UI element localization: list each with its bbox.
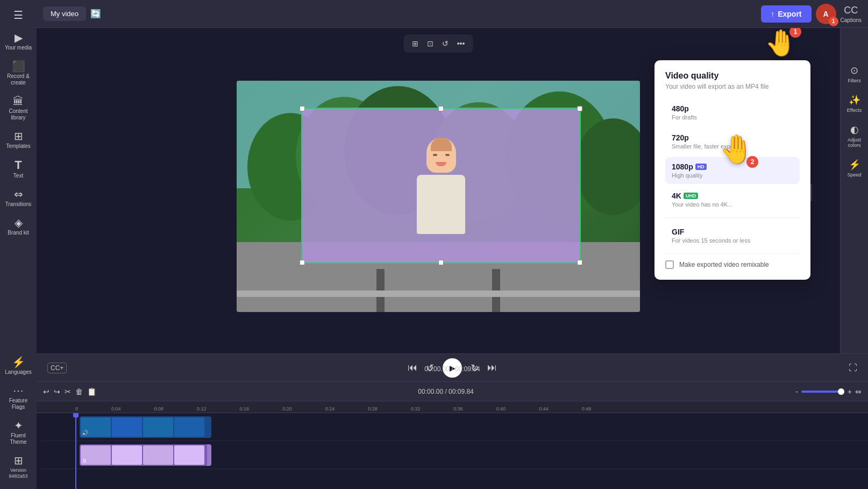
- captions-button[interactable]: CC Captions: [841, 5, 862, 23]
- sidebar-item-feature-flags[interactable]: ⋯ Feature Flags: [1, 381, 35, 415]
- sidebar-item-version[interactable]: ⊞ Version8482a53: [1, 451, 35, 484]
- handle-tr[interactable]: [577, 106, 582, 111]
- effects-icon: ✨: [849, 94, 860, 106]
- sidebar-item-adjust-colors[interactable]: ◐ Adjust colors: [842, 119, 867, 152]
- brand-kit-icon: ◈: [15, 217, 23, 228]
- person-in-billboard: [403, 133, 479, 263]
- ruler-mark-44: 0:44: [539, 406, 549, 412]
- canvas-crop-icon[interactable]: ⊞: [410, 38, 420, 49]
- remixable-row: Make exported video remixable: [665, 260, 800, 269]
- sidebar-item-version-label: Version8482a53: [9, 467, 27, 479]
- track-clip-person[interactable]: ⏸: [80, 444, 211, 466]
- ruler-mark-8: 0:08: [154, 406, 164, 412]
- templates-icon: ⊞: [14, 131, 23, 141]
- time-display: 00:00.00 / 00:09.84: [424, 365, 480, 373]
- undo-button[interactable]: ↩: [43, 387, 49, 396]
- ruler-mark-48: 0:48: [582, 406, 592, 412]
- billboard-element[interactable]: [301, 108, 581, 264]
- user-avatar[interactable]: A 1: [816, 4, 836, 24]
- quality-divider: [665, 217, 800, 218]
- sidebar-item-feature-flags-label: Feature Flags: [3, 398, 33, 410]
- cc-button[interactable]: CC+: [47, 363, 67, 373]
- track-end-handle[interactable]: [207, 444, 211, 466]
- sidebar-item-transitions[interactable]: ⇔ Transitions: [1, 185, 35, 212]
- version-icon: ⊞: [14, 455, 23, 466]
- timeline-area: ↩ ↪ ✂ 🗑 📋 00:00.00 / 00:09.84 - + ⇔ 0 0:…: [37, 381, 868, 489]
- sidebar-item-languages-label: Languages: [5, 369, 32, 375]
- sidebar-item-content-library[interactable]: 🏛 Content library: [1, 91, 35, 125]
- sidebar-item-transitions-label: Transitions: [5, 201, 32, 208]
- delete-button[interactable]: 🗑: [75, 387, 83, 396]
- remixable-checkbox[interactable]: [665, 260, 674, 269]
- sidebar-item-speed[interactable]: ⚡ Speed: [842, 154, 867, 182]
- video-background: [237, 81, 640, 312]
- quality-1080p-desc: High quality: [672, 172, 793, 179]
- sidebar-item-your-media[interactable]: ▶ Your media: [1, 28, 35, 55]
- playhead-marker: [73, 413, 79, 417]
- sidebar-item-languages[interactable]: ⚡ Languages: [1, 352, 35, 380]
- sidebar-item-record-create[interactable]: ⬛ Record & create: [1, 56, 35, 90]
- zoom-in-button[interactable]: +: [848, 387, 852, 396]
- ruler-mark-24: 0:24: [325, 406, 335, 412]
- hamburger-icon: ☰: [13, 9, 23, 22]
- fullscreen-button[interactable]: ⛶: [849, 363, 857, 373]
- sidebar-item-text-label: Text: [13, 173, 23, 179]
- zoom-slider[interactable]: [801, 391, 844, 393]
- content-library-icon: 🏛: [13, 96, 24, 107]
- track-clip-video[interactable]: 🔊: [80, 416, 211, 438]
- handle-tm[interactable]: [438, 106, 444, 111]
- handle-br[interactable]: [577, 260, 582, 265]
- project-title[interactable]: My video: [43, 6, 86, 21]
- ruler-mark-28: 0:28: [368, 406, 378, 412]
- sidebar-item-record-create-label: Record & create: [3, 73, 33, 86]
- copy-button[interactable]: 📋: [87, 387, 96, 396]
- person-thumb-3: [143, 445, 173, 465]
- skip-back-button[interactable]: ⏮: [408, 362, 417, 373]
- handle-bm[interactable]: [438, 260, 444, 265]
- export-button[interactable]: ↑ Export: [761, 5, 811, 23]
- hamburger-menu[interactable]: ☰: [1, 4, 35, 26]
- canvas-resize-icon[interactable]: ⊡: [425, 38, 435, 49]
- ruler-mark-36: 0:36: [453, 406, 463, 412]
- handle-bl[interactable]: [300, 260, 305, 265]
- quality-option-4k[interactable]: 4K UHD Your video has no 4K...: [665, 186, 800, 213]
- quality-4k-badge: UHD: [684, 193, 699, 199]
- playhead: [75, 413, 76, 489]
- handle-tl[interactable]: [300, 106, 305, 111]
- sidebar-item-fluent-theme-label: Fluent Theme: [3, 433, 33, 445]
- quality-option-720p[interactable]: 720p Smaller file, faster export: [665, 128, 800, 155]
- languages-icon: ⚡: [12, 357, 25, 367]
- canvas-more-icon[interactable]: •••: [456, 38, 467, 49]
- quality-gif-label: GIF: [672, 228, 684, 236]
- svg-rect-10: [237, 290, 640, 297]
- quality-720p-label: 720p: [672, 133, 689, 142]
- speed-label: Speed: [847, 172, 861, 178]
- video-thumb-2: [112, 417, 142, 437]
- zoom-thumb: [838, 388, 844, 395]
- redo-button[interactable]: ↪: [54, 387, 60, 396]
- quality-option-gif[interactable]: GIF For videos 15 seconds or less: [665, 222, 800, 249]
- sidebar-item-fluent-theme[interactable]: ✦ Fluent Theme: [1, 416, 35, 450]
- sidebar-item-filters[interactable]: ⊙ Filters: [842, 60, 867, 88]
- quality-option-480p[interactable]: 480p For drafts: [665, 99, 800, 126]
- quality-panel-title: Video quality: [665, 71, 800, 81]
- skip-forward-button[interactable]: ⏭: [487, 362, 497, 373]
- sidebar-item-text[interactable]: T Text: [1, 155, 35, 183]
- sidebar-item-brand-kit[interactable]: ◈ Brand kit: [1, 213, 35, 240]
- title-sync-icon[interactable]: 🔄: [90, 9, 101, 19]
- sidebar-item-effects[interactable]: ✨ Effects: [842, 90, 867, 117]
- expand-timeline-button[interactable]: ⇔: [855, 387, 862, 396]
- sidebar-item-brand-kit-label: Brand kit: [8, 230, 29, 236]
- person-thumb-4: [174, 445, 204, 465]
- zoom-out-button[interactable]: -: [795, 387, 798, 396]
- ruler-mark-12: 0:12: [197, 406, 207, 412]
- quality-panel-subtitle: Your video will export as an MP4 file: [665, 83, 800, 90]
- sidebar-item-templates[interactable]: ⊞ Templates: [1, 126, 35, 154]
- quality-panel: Video quality Your video will export as …: [654, 60, 810, 280]
- video-thumb-3: [143, 417, 173, 437]
- quality-option-1080p[interactable]: 1080p HD High quality: [665, 157, 800, 184]
- canvas-rotate-icon[interactable]: ↺: [440, 38, 450, 49]
- cut-button[interactable]: ✂: [65, 387, 71, 396]
- text-icon: T: [15, 159, 22, 171]
- canvas-toolbar: ⊞ ⊡ ↺ •••: [404, 34, 473, 53]
